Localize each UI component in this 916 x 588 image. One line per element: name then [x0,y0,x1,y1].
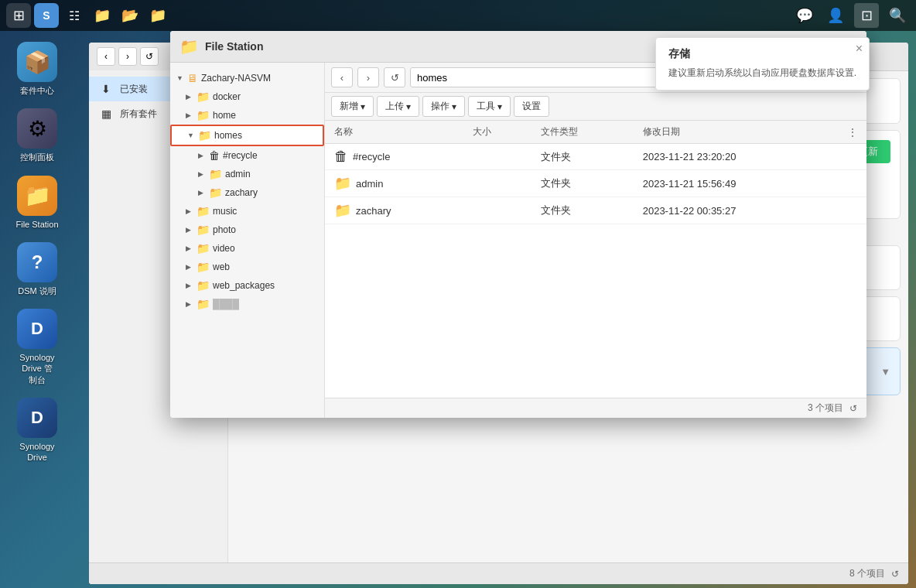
fs-blurred-label: ████ [213,299,239,309]
fs-video-arrow: ▶ [186,244,193,252]
fs-tree-admin[interactable]: ▶ 📁 admin [170,165,324,183]
fs-back-button[interactable]: ‹ [331,67,353,87]
fs-col-more[interactable]: ⋮ [839,121,866,144]
taskbar-search-icon[interactable]: 🔍 [885,3,910,28]
table-row[interactable]: 📁 zachary 文件夹 2023-11-22 00:35:27 [325,197,866,224]
desktop-icon-drive-mgr[interactable]: D Synology Drive 管制台 [6,306,68,388]
fs-tree-video[interactable]: ▶ 📁 video [170,239,324,258]
fs-music-arrow: ▶ [186,207,193,215]
fs-action-bar: 新增 ▾ 上传 ▾ 操作 ▾ 工具 ▾ [325,93,866,121]
fs-upload-label: 上传 [385,100,404,113]
fs-title-text: File Station [205,40,263,53]
fs-action-label: 操作 [431,100,449,113]
fs-file-size-cell [463,170,531,197]
pkg-installed-label: 已安装 [120,83,148,96]
pkg-refresh-icon[interactable]: ↺ [891,569,899,579]
fs-tree-root[interactable]: ▼ 🖥 Zachary-NASVM [170,69,324,87]
fs-recycle-label: #recycle [223,150,258,161]
fs-settings-label: 设置 [522,100,541,113]
fs-photo-icon: 📁 [197,224,210,236]
fs-webpkg-label: web_packages [213,280,275,291]
fs-web-arrow: ▶ [186,263,193,271]
fs-forward-button[interactable]: › [357,67,379,87]
fs-col-name[interactable]: 名称 [325,121,463,144]
desktop-icon-pkg-label: 套件中心 [20,85,54,96]
fs-tree-zachary[interactable]: ▶ 📁 zachary [170,183,324,202]
fs-col-type[interactable]: 文件类型 [531,121,634,144]
fs-file-more-cell[interactable] [839,197,866,224]
fs-file-more-cell[interactable] [839,170,866,197]
fs-tree-home[interactable]: ▶ 📁 home [170,106,324,125]
fs-file-name-cell: 📁 admin [325,170,463,197]
pkg-back-btn[interactable]: ‹ [97,47,115,66]
fs-video-label: video [213,243,235,254]
fs-status-refresh-icon[interactable]: ↺ [849,403,857,414]
fs-admin-icon: 📁 [209,168,222,180]
taskbar-folder-icon1[interactable]: 📁 [90,3,114,28]
taskbar-folder-icon3[interactable]: 📁 [145,3,170,28]
pkg-refresh-btn[interactable]: ↺ [140,47,159,66]
taskbar-left: ⊞ S ☷ 📁 📂 📁 [6,3,170,28]
fs-new-button[interactable]: 新增 ▾ [331,96,374,117]
pkg-forward-btn[interactable]: › [118,47,137,66]
fs-recycle-arrow: ▶ [198,152,206,159]
desktop-icon-drive[interactable]: D Synology Drive [6,395,68,467]
fs-file-modified-cell: 2023-11-22 00:35:27 [634,197,839,224]
pkg-user-expand-icon[interactable]: ▼ [880,366,890,378]
taskbar-windows-icon[interactable]: ⊡ [854,3,879,28]
fs-tools-button[interactable]: 工具 ▾ [468,96,511,117]
fs-main: ‹ › ↺ 🔍 ≡ ⊞ 新增 ▾ [325,63,866,418]
fs-root-arrow: ▼ [176,74,184,82]
taskbar-user-icon[interactable]: 👤 [823,3,848,28]
fs-file-icon: 📁 [334,175,351,192]
fs-tree-web[interactable]: ▶ 📁 web [170,258,324,276]
fs-col-size[interactable]: 大小 [463,121,531,144]
fs-settings-button[interactable]: 设置 [514,96,549,117]
desktop-icon-pkg-center[interactable]: 📦 套件中心 [6,39,68,99]
fs-file-name-text: #recycle [353,151,390,162]
fs-tree-recycle[interactable]: ▶ 🗑 #recycle [170,146,324,165]
fs-homes-arrow: ▼ [187,132,195,139]
taskbar-grid-button[interactable]: ⊞ [6,3,31,28]
fs-upload-button[interactable]: 上传 ▾ [377,96,419,117]
fs-admin-label: admin [225,169,251,179]
fs-web-label: web [213,262,230,272]
fs-file-type-cell: 文件夹 [531,170,634,197]
fs-tree-docker[interactable]: ▶ 📁 docker [170,87,324,106]
table-row[interactable]: 📁 admin 文件夹 2023-11-21 15:56:49 [325,170,866,197]
fs-zachary-arrow: ▶ [198,189,206,197]
fs-file-name-text: zachary [356,205,391,217]
fs-home-icon: 📁 [197,109,210,121]
pkg-nav: ‹ › ↺ [97,47,159,66]
fs-title-icon: 📁 [179,37,199,56]
notification-close-button[interactable]: × [856,43,863,55]
fs-recycle-icon: 🗑 [209,149,220,162]
fs-file-table: 名称 大小 文件类型 修改日期 ⋮ 🗑 #recycle 文件夹 [325,121,866,224]
fs-action-arrow: ▾ [452,101,456,112]
taskbar-chat-icon[interactable]: 💬 [792,3,817,28]
pkg-status-bar: 8 个项目 ↺ [89,562,908,584]
taskbar-folder-icon2[interactable]: 📂 [118,3,142,28]
fs-tree-photo[interactable]: ▶ 📁 photo [170,220,324,239]
fs-refresh-button[interactable]: ↺ [384,67,405,87]
fs-tree-web-packages[interactable]: ▶ 📁 web_packages [170,276,324,295]
fs-file-more-cell[interactable] [839,144,866,170]
fs-docker-label: docker [213,91,241,102]
taskbar-apps-icon1[interactable]: ☷ [62,3,87,28]
fs-status-bar: 3 个项目 ↺ [325,398,866,418]
fs-body: ▼ 🖥 Zachary-NASVM ▶ 📁 docker ▶ 📁 home [170,63,866,418]
fs-tree-homes[interactable]: ▼ 📁 homes [170,125,324,146]
desktop-icon-control-panel[interactable]: ⚙ 控制面板 [6,105,68,166]
fs-tools-arrow: ▾ [497,101,502,112]
fs-tree-music[interactable]: ▶ 📁 music [170,202,324,220]
fs-homes-label: homes [214,130,242,141]
desktop-icon-file-station[interactable]: 📁 File Station [6,173,68,233]
taskbar-synology-icon[interactable]: S [34,3,59,28]
fs-tree-blurred[interactable]: ▶ 📁 ████ [170,295,324,313]
fs-action-button[interactable]: 操作 ▾ [422,96,465,117]
fs-col-modified[interactable]: 修改日期 [634,121,839,144]
fs-file-name-cell: 🗑 #recycle [325,144,463,170]
table-row[interactable]: 🗑 #recycle 文件夹 2023-11-21 23:20:20 [325,144,866,170]
desktop-icon-drive-mgr-label: Synology Drive 管制台 [9,352,65,385]
desktop-icon-dsm[interactable]: ? DSM 说明 [6,239,68,299]
